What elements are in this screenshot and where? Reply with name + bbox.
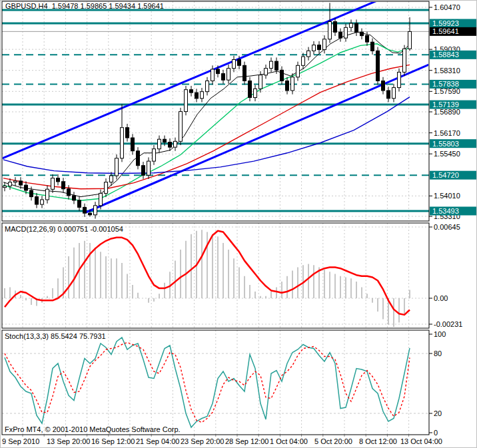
candle-body [185,90,188,112]
price-axis-label: 1.55450 [434,150,460,158]
time-axis-label: 28 Sep 12:00 [225,437,268,445]
candle-body [115,158,119,176]
time-axis-label: 1 Oct 04:00 [270,437,308,445]
macd-indicator-label: MACD(12,26,9) 0.000751 -0.001054 [5,225,123,233]
chart-canvas: 1.604701.590301.583101.575901.568901.561… [1,1,477,448]
candle-body [376,51,380,81]
ma-fast-black[interactable] [3,32,410,196]
candle-body [35,197,39,204]
candle-body [350,23,353,27]
time-axis-label: 21 Sep 04:00 [136,437,179,445]
stoch-pane-border [2,330,429,435]
chart-title: GBPUSD,H4 1.59478 1.59865 1.59434 1.5964… [5,2,164,10]
candle-body [206,81,209,92]
candle-body [83,207,87,213]
candle-body [51,178,55,190]
candle-body [110,176,113,182]
candle-body [360,32,364,35]
ma-slow-blue[interactable] [3,97,410,174]
stoch-axis-label: 0 [434,429,438,437]
time-axis-label: 8 Oct 12:00 [359,437,397,445]
candle-body [371,42,374,51]
time-axis-label: 13 Oct 04:00 [400,437,442,445]
time-axis-label: 5 Oct 20:00 [314,437,352,445]
candle-body [62,182,65,189]
candle-body [9,182,12,186]
candle-body [142,166,145,176]
candle-body [339,32,342,38]
candle-body [158,139,161,149]
candle-body [222,74,225,81]
time-axis-label: 9 Sep 2010 [2,437,39,445]
price-badge-label: 1.58843 [432,51,459,59]
stoch-axis-label: 20 [434,409,442,417]
candle-body [254,89,257,97]
candle-body [328,22,332,39]
candle-body [131,138,135,151]
time-axis-label: 16 Sep 12:00 [91,437,135,445]
main-chart-pane [1,1,429,219]
candle-body [19,181,23,185]
candle-body [243,65,246,81]
candle-body [291,77,294,91]
stoch-axis-label: 100 [434,330,446,338]
time-axis-label: 13 Sep 20:00 [47,437,90,445]
time-axis-label: 23 Sep 20:00 [181,437,224,445]
copyright-label: FxPro MT4, © 2001-2010 MetaQuotes Softwa… [5,425,181,433]
candle-body [264,69,268,75]
candle-body [57,178,60,182]
candle-body [286,81,289,91]
candle-body [323,39,326,50]
candle-body [366,36,369,43]
candle-body [169,142,172,148]
ma-green[interactable] [3,44,410,200]
macd-axis-label: 0.00645 [434,223,460,231]
trend-channel-line[interactable] [1,1,377,159]
stoch-indicator-label: Stoch(13,3,3) 85.5424 75.7931 [5,332,106,340]
mt4-chart-window: 1.604701.590301.583101.575901.568901.561… [0,0,477,448]
price-axis-label: 1.56890 [434,108,460,116]
candle-body [217,69,220,74]
candle-body [201,92,204,99]
candle-body [73,196,76,200]
candle-body [121,128,124,158]
price-badge-label: 1.59923 [432,19,459,27]
candle-body [344,27,348,38]
price-badge-label: 1.53493 [432,207,459,215]
candle-body [174,141,177,147]
candle-body [280,70,284,81]
candle-body [3,186,7,187]
candle-body [259,75,262,89]
candle-body [147,161,151,175]
candle-body [398,72,401,87]
candle-body [248,81,252,98]
macd-axis-label: 0.00 [434,294,448,302]
candle-body [312,45,316,51]
price-axis-label: 1.58310 [434,67,460,75]
candle-body [211,69,215,81]
candle-body [14,181,17,182]
candle-body [227,69,231,81]
candle-body [318,45,321,50]
candle-body [296,65,300,77]
price-badge-label: 1.57838 [432,80,459,88]
candle-body [137,151,140,166]
candle-body [382,81,385,91]
candle-body [334,22,337,33]
price-badge-label: 1.57139 [432,101,459,109]
candle-body [190,90,193,93]
candle-body [233,60,236,69]
candle-body [153,149,156,161]
candle-body [25,185,28,190]
candle-body [238,60,241,66]
candle-body [302,57,305,65]
candle-body [41,200,44,204]
stoch-axis-label: 80 [434,349,442,357]
price-badge-label: 1.59641 [432,27,459,35]
candle-body [403,49,406,72]
price-axis-label: 1.60470 [434,3,460,11]
candle-body [89,213,92,215]
trend-channel-line[interactable] [86,65,429,212]
price-badge-label: 1.55803 [432,140,459,148]
candle-body [179,112,183,142]
